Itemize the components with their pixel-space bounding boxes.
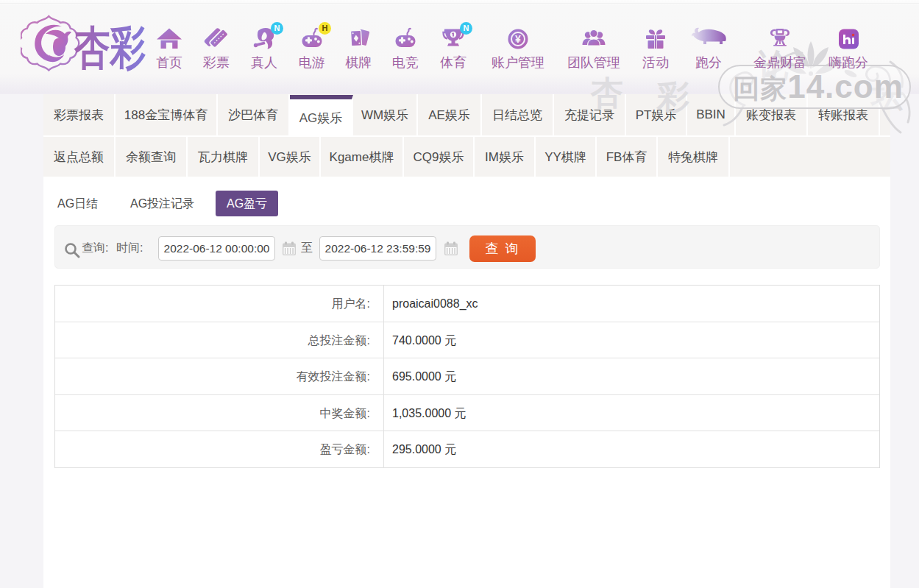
- svg-text:杏彩: 杏彩: [74, 22, 146, 73]
- svg-text:¥: ¥: [515, 33, 521, 45]
